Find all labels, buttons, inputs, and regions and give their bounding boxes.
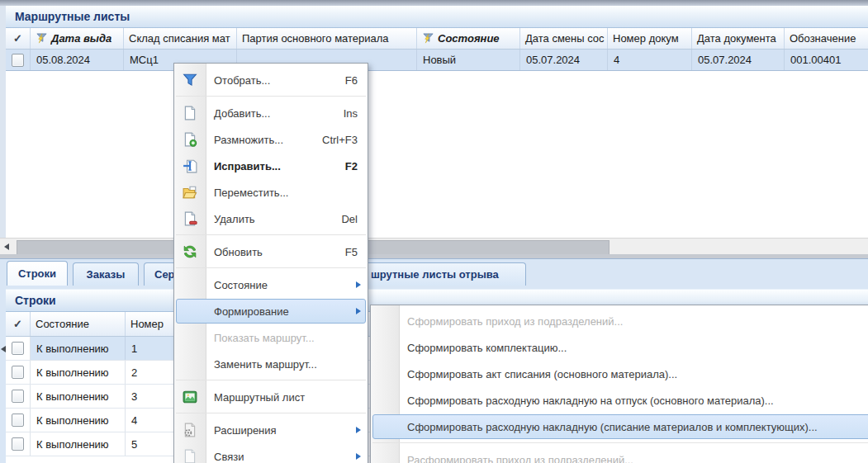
- column-header-material-batch[interactable]: Партия основного материала: [237, 28, 417, 49]
- menu-item-formation[interactable]: Формирование: [174, 298, 368, 324]
- row-check-cell[interactable]: [6, 337, 31, 360]
- column-header-check[interactable]: ✓: [6, 312, 31, 336]
- cell-doc-date: 05.07.2024: [692, 50, 785, 70]
- column-label: Номер докум: [613, 32, 679, 45]
- row-checkbox[interactable]: [12, 54, 24, 67]
- menu-item-duplicate[interactable]: Размножить...Ctrl+F3: [174, 126, 368, 153]
- menu-item-refresh[interactable]: ОбновитьF5: [174, 239, 368, 265]
- check-all-icon: ✓: [13, 318, 22, 330]
- filter-lightning-icon: [422, 32, 434, 45]
- menu-item-extensions[interactable]: Расширения: [174, 417, 368, 443]
- submenu-item-form-writeoff-act[interactable]: Сформировать акт списания (основного мат…: [371, 361, 868, 387]
- tab-zakazy[interactable]: Заказы: [73, 262, 139, 286]
- check-all-icon: ✓: [13, 32, 22, 45]
- column-label: Дата документа: [697, 32, 776, 45]
- submenu-arrow-icon: [356, 453, 361, 460]
- tab-stroki[interactable]: Строки: [7, 261, 68, 286]
- menu-item-edit[interactable]: Исправить...F2: [174, 153, 368, 179]
- menu-item-add[interactable]: Добавить...Ins: [174, 100, 368, 126]
- filter-icon: [183, 73, 197, 87]
- row-checkbox[interactable]: [12, 342, 24, 355]
- row-checkbox[interactable]: [12, 366, 24, 379]
- table-row[interactable]: 05.08.2024 МСц1 Новый 05.07.2024 4 05.07…: [6, 50, 868, 71]
- cell-designation: 001.00401: [785, 50, 868, 70]
- cell-doc-number: 4: [608, 50, 692, 70]
- menu-separator: [174, 377, 368, 384]
- submenu-item-form-issue-invoice[interactable]: Сформировать расходную накладную на отпу…: [371, 387, 868, 413]
- new-document-icon: [183, 106, 197, 120]
- column-header-doc-date[interactable]: Дата документа: [692, 28, 785, 49]
- cell-state: К выполнению: [31, 432, 126, 456]
- row-check-cell[interactable]: [6, 385, 31, 408]
- top-grid-header: ✓ Дата выда Склад списания мат Партия ос…: [6, 28, 868, 50]
- submenu-arrow-icon: [356, 308, 361, 314]
- refresh-icon: [183, 244, 197, 259]
- cell-state: К выполнению: [31, 361, 126, 384]
- cell-state: К выполнению: [31, 337, 126, 360]
- row-check-cell[interactable]: [6, 409, 31, 432]
- menu-item-state[interactable]: Состояние: [174, 272, 368, 298]
- menu-item-move[interactable]: Переместить...: [174, 179, 368, 206]
- row-checkbox[interactable]: [12, 413, 24, 427]
- submenu-item-form-writeoff-invoice[interactable]: Сформировать расходную накладную (списан…: [371, 413, 868, 440]
- cell-state: К выполнению: [31, 385, 126, 408]
- menu-item-filter[interactable]: Отобрать...F6: [174, 67, 368, 93]
- route-sheet-report-icon: [183, 390, 197, 404]
- column-header-state[interactable]: Состояние: [31, 312, 126, 336]
- column-header-state[interactable]: Состояние: [417, 28, 520, 49]
- app-window: Маршрутные листы ✓ Дата выда Склад списа…: [0, 0, 868, 463]
- column-header-state-change-date[interactable]: Дата смены сос: [520, 28, 608, 49]
- tab-label: Сер: [154, 268, 175, 281]
- column-header-doc-number[interactable]: Номер докум: [608, 28, 692, 49]
- cell-state: К выполнению: [31, 409, 126, 432]
- column-label: Дата выда: [51, 32, 111, 45]
- cell-state-change-date: 05.07.2024: [520, 50, 608, 70]
- column-label: Дата смены сос: [525, 32, 605, 45]
- window-top-edge: [0, 0, 868, 6]
- horizontal-scrollbar[interactable]: [0, 238, 868, 254]
- top-panel-title: Маршрутные листы: [6, 6, 868, 28]
- scroll-left-arrow-icon[interactable]: [4, 243, 9, 250]
- menu-item-links[interactable]: Связи: [174, 443, 368, 463]
- column-header-check[interactable]: ✓: [6, 28, 31, 49]
- move-folder-icon: [183, 185, 197, 200]
- page-title: Маршрутные листы: [15, 10, 130, 23]
- column-label: Партия основного материала: [242, 32, 389, 45]
- menu-item-delete[interactable]: УдалитьDel: [174, 206, 368, 232]
- row-check-cell[interactable]: [6, 432, 31, 456]
- top-grid-body: [6, 71, 868, 238]
- menu-item-replace-route[interactable]: Заменить маршрут...: [174, 351, 368, 377]
- column-label: Обозначение: [790, 32, 856, 45]
- submenu-arrow-icon: [356, 427, 361, 433]
- menu-item-route-sheet[interactable]: Маршрутный лист: [174, 384, 368, 410]
- column-header-warehouse[interactable]: Склад списания мат: [124, 28, 237, 49]
- row-check-cell[interactable]: [6, 361, 31, 384]
- submenu-item-unform-receipt-from-departments[interactable]: Расформировать приход из подразделений..…: [371, 446, 868, 463]
- menu-separator: [174, 410, 368, 417]
- tab-label: Строки: [18, 267, 56, 280]
- row-check-cell[interactable]: [6, 50, 31, 70]
- menu-separator: [174, 232, 368, 239]
- submenu-item-form-kitting[interactable]: Сформировать комплектацию...: [371, 334, 868, 361]
- column-label: Номер: [130, 318, 164, 330]
- menu-separator: [174, 265, 368, 272]
- column-label: Состояние: [36, 318, 89, 330]
- current-row-marker-icon: [1, 346, 6, 352]
- links-document-icon: [183, 449, 197, 463]
- context-menu: Отобрать...F6 Добавить...Ins Размножить.…: [173, 63, 368, 463]
- tab-route-sheets-tear[interactable]: шрутные листы отрыва: [361, 262, 526, 286]
- column-header-designation[interactable]: Обозначение: [785, 28, 868, 49]
- duplicate-document-icon: [183, 132, 197, 147]
- section-title: Строки: [15, 294, 56, 307]
- row-checkbox[interactable]: [12, 390, 24, 403]
- tab-label: шрутные листы отрыва: [371, 268, 499, 281]
- column-header-issue-date[interactable]: Дата выда: [31, 28, 124, 49]
- column-label: Состояние: [438, 32, 500, 45]
- submenu-item-form-receipt-from-departments[interactable]: Сформировать приход из подразделений...: [371, 308, 868, 334]
- menu-separator: [371, 440, 868, 446]
- menu-item-show-route[interactable]: Показать маршрут...: [174, 324, 368, 351]
- filter-lightning-icon: [36, 32, 48, 45]
- delete-document-icon: [183, 211, 197, 226]
- submenu-arrow-icon: [356, 281, 361, 288]
- row-checkbox[interactable]: [12, 437, 24, 451]
